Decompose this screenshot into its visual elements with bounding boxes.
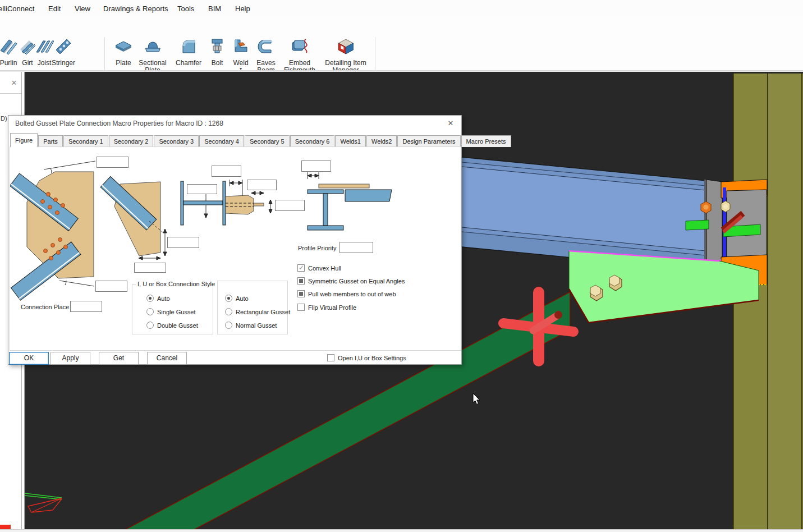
tab-secondary-3[interactable]: Secondary 3	[154, 135, 199, 147]
auto-shape-radio[interactable]	[225, 295, 232, 302]
dim-input-tongue-right[interactable]	[275, 200, 305, 211]
ribbon-label: Plate	[114, 59, 133, 67]
box-connection-style-group: I, U or Box Connection Style Auto Single…	[132, 284, 213, 334]
chamfer-icon	[179, 37, 198, 56]
menu-item-tools[interactable]: Tools	[177, 4, 194, 13]
menu-item-help[interactable]: Help	[235, 4, 250, 13]
detailing-item-manager-icon	[336, 37, 355, 56]
bolt-icon	[208, 37, 227, 56]
radio-row-auto[interactable]: Auto	[146, 295, 170, 302]
profile-priority-input[interactable]	[339, 242, 373, 253]
radio-row-single-gusset[interactable]: Single Gusset	[146, 308, 195, 315]
menu-item-intelliconnect[interactable]: elliConnect	[0, 4, 34, 13]
tab-welds2[interactable]: Welds2	[366, 135, 397, 147]
tab-parts[interactable]: Parts	[38, 135, 63, 147]
rectangular-gusset-radio[interactable]	[225, 308, 232, 315]
open-box-settings-checkbox[interactable]	[327, 354, 334, 361]
checkbox-label: Flip Virtual Profile	[308, 304, 356, 311]
panel-divider	[0, 93, 21, 94]
radio-row-double-gusset[interactable]: Double Gusset	[146, 322, 198, 329]
normal-gusset-radio[interactable]	[225, 322, 232, 329]
ribbon-label: Stringer	[52, 59, 75, 67]
tab-figure[interactable]: Figure	[10, 133, 38, 147]
tab-macro-presets[interactable]: Macro Presets	[461, 135, 511, 147]
tab-secondary-2[interactable]: Secondary 2	[109, 135, 154, 147]
ribbon-button-bolt[interactable]: Bolt	[208, 37, 227, 67]
double-gusset-radio[interactable]	[146, 322, 154, 329]
cancel-button[interactable]: Cancel	[147, 352, 187, 365]
plate-icon	[114, 37, 133, 56]
dialog-title: Bolted Gusset Plate Connection Macro Pro…	[15, 120, 223, 127]
figure-tab-page: Connection Place Profile Priority Convex…	[10, 146, 461, 351]
ribbon-toolbar: Purlin Girt Joist Stringer Plate Section…	[0, 17, 803, 70]
get-button[interactable]: Get	[99, 352, 139, 365]
convex-hull-checkbox[interactable]	[297, 264, 305, 272]
ribbon-label: Joist	[35, 59, 54, 67]
dialog-close-icon[interactable]: ✕	[446, 118, 456, 129]
radio-label: Auto	[236, 295, 249, 302]
ribbon-label: Chamfer	[176, 59, 201, 67]
menu-bar: elliConnect Edit View Drawings & Reports…	[0, 0, 803, 17]
flip-virtual-profile-checkbox[interactable]	[297, 304, 305, 311]
ribbon-button-sectional-plate[interactable]: Sectional Plate	[139, 37, 166, 74]
menu-item-edit[interactable]: Edit	[48, 4, 61, 13]
radio-row-normal-gusset[interactable]: Normal Gusset	[225, 322, 277, 329]
dim-input-gusset-edge[interactable]	[167, 237, 199, 248]
radio-row-auto-2[interactable]: Auto	[225, 295, 249, 302]
checkbox-label: Convex Hull	[308, 265, 341, 272]
tab-secondary-1[interactable]: Secondary 1	[63, 135, 108, 147]
panel-close-icon[interactable]: ✕	[9, 78, 19, 88]
checkbox-row-flip-virtual-profile[interactable]: Flip Virtual Profile	[297, 304, 356, 311]
dim-input-section-top[interactable]	[212, 166, 241, 177]
ribbon-button-weld[interactable]: Weld ▾	[231, 37, 250, 71]
ribbon-button-purlin[interactable]: Purlin	[0, 37, 18, 67]
ribbon-label: Girt	[18, 59, 37, 67]
connection-place-input[interactable]	[70, 301, 102, 312]
ribbon-label: Bolt	[208, 59, 227, 67]
ok-button[interactable]: OK	[9, 352, 49, 365]
symmetric-gusset-checkbox[interactable]	[297, 277, 305, 285]
auto-radio[interactable]	[146, 295, 154, 302]
dim-input-gusset-bottom[interactable]	[134, 263, 166, 273]
radio-label: Normal Gusset	[236, 322, 277, 329]
checkbox-row-convex-hull[interactable]: Convex Hull	[297, 264, 341, 272]
dim-input-elevation-top[interactable]	[301, 160, 331, 172]
sectional-plate-icon	[143, 37, 162, 56]
tab-secondary-5[interactable]: Secondary 5	[245, 135, 290, 147]
tab-welds1[interactable]: Welds1	[335, 135, 365, 147]
menu-item-bim[interactable]: BIM	[208, 4, 221, 13]
open-box-settings-row[interactable]: Open I,U or Box Settings	[327, 354, 406, 361]
dim-input-tongue-top[interactable]	[247, 180, 277, 190]
radio-row-rectangular-gusset[interactable]: Rectangular Gusset	[225, 308, 290, 315]
ribbon-button-eaves-beam[interactable]: Eaves Beam	[256, 37, 276, 74]
dim-input-angle-top[interactable]	[97, 157, 129, 168]
checkbox-row-pull-web-members[interactable]: Pull web members to out of web	[297, 290, 396, 297]
menu-item-view[interactable]: View	[75, 4, 90, 13]
checkbox-row-symmetric-gusset[interactable]: Symmetric Gusset on Equal Angles	[297, 277, 405, 285]
joist-icon	[35, 37, 54, 56]
ribbon-button-embed-fishmouth[interactable]: Embed Fishmouth	[284, 37, 315, 74]
connection-place-label: Connection Place	[21, 304, 69, 310]
ribbon-button-stringer[interactable]: Stringer	[52, 37, 75, 67]
profile-priority-label: Profile Priority	[298, 245, 336, 251]
groupbox-title: I, U or Box Connection Style	[136, 281, 217, 287]
tab-secondary-4[interactable]: Secondary 4	[199, 135, 244, 147]
ribbon-button-joist[interactable]: Joist	[35, 37, 54, 67]
ribbon-button-chamfer[interactable]: Chamfer	[176, 37, 201, 67]
menu-item-drawings-reports[interactable]: Drawings & Reports	[103, 4, 168, 13]
stringer-icon	[54, 37, 73, 56]
checkbox-label: Open I,U or Box Settings	[338, 355, 406, 361]
ribbon-button-girt[interactable]: Girt	[18, 37, 37, 67]
tab-design-parameters[interactable]: Design Parameters	[397, 135, 460, 147]
single-gusset-radio[interactable]	[146, 308, 154, 315]
dim-input-angle-bottom[interactable]	[95, 281, 127, 292]
embed-fishmouth-icon	[290, 37, 309, 56]
pull-web-members-checkbox[interactable]	[297, 290, 305, 297]
radio-label: Auto	[157, 295, 170, 302]
tab-secondary-6[interactable]: Secondary 6	[290, 135, 335, 147]
dim-input-section-mid[interactable]	[187, 184, 217, 194]
ribbon-button-plate[interactable]: Plate	[114, 37, 133, 67]
ribbon-button-detailing-item-manager[interactable]: Detailing Item Manager	[325, 37, 366, 74]
checkbox-label: Symmetric Gusset on Equal Angles	[308, 278, 405, 285]
apply-button[interactable]: Apply	[51, 352, 90, 365]
